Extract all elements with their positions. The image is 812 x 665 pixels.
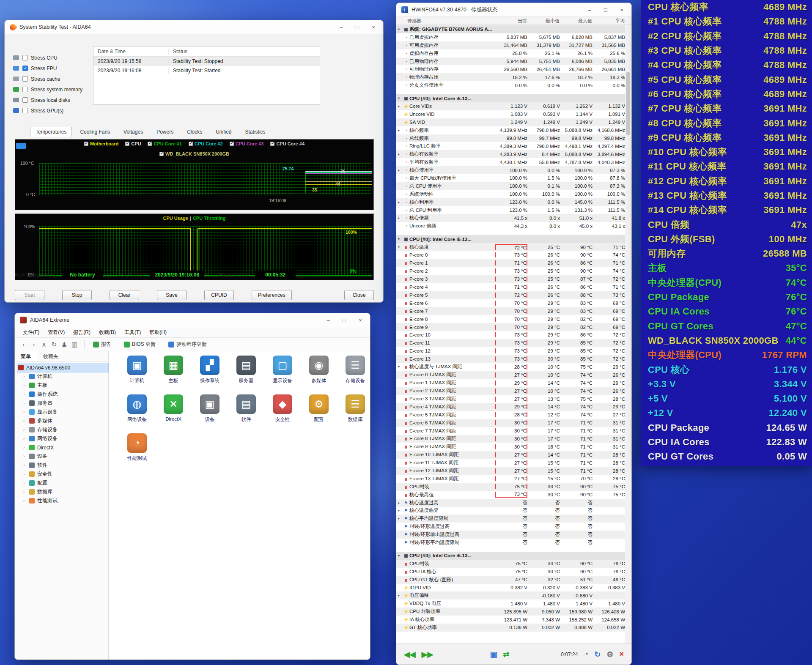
sensor-row[interactable]: P-core 5 72 °C 26 °C 88 °C 73 °C <box>396 291 625 299</box>
dialog-button[interactable]: Stop <box>62 290 92 300</box>
sensor-row[interactable]: CPU封装 75 °C 34 °C 90 °C 76 °C <box>396 560 625 568</box>
log-col-status[interactable]: Status <box>169 49 320 55</box>
category-icon[interactable]: ☰ 数据库 <box>337 393 370 432</box>
sensor-row[interactable]: 封装/环形温度过高 否 否 否 <box>396 523 625 531</box>
stress-checkbox[interactable] <box>22 76 28 82</box>
stress-option[interactable]: Stress local disks <box>13 95 93 105</box>
monitor-icon[interactable]: ▣ <box>490 650 497 659</box>
menu-item[interactable]: 工具(T) <box>121 328 145 337</box>
sensor-row[interactable]: 物理内存占用 18.2 % 17.6 % 18.7 % 18.3 % <box>396 73 625 81</box>
sensor-row[interactable]: GT 核心功率 0.136 W 0.002 W 0.888 W 0.022 W <box>396 624 625 632</box>
scrollbar[interactable] <box>625 25 631 643</box>
sensor-row[interactable]: ▸ 核心平均温度限制 否 否 否 <box>396 514 625 523</box>
sensor-row[interactable]: E-core 10 73 °C 29 °C 86 °C 72 °C <box>396 331 625 339</box>
sensor-row[interactable]: ▸ 核心使用率 100.0 % 0.0 % 100.0 % 87.3 % <box>396 166 625 174</box>
legend-item[interactable]: CPU Core #4 <box>270 141 304 146</box>
nav-icon[interactable]: ‹ <box>19 340 28 349</box>
sensor-row[interactable]: CPU 封装功率 125.395 W 9.050 W 159.980 W 126… <box>396 608 625 616</box>
legend-checkbox[interactable] <box>148 142 152 146</box>
expand-arrow[interactable]: › <box>23 392 27 397</box>
reset-icon[interactable]: ↻ <box>594 650 601 659</box>
dialog-button[interactable]: Clear <box>110 290 139 300</box>
sensor-row[interactable]: ▸ 电压偏移 -0.180 V 0.880 V <box>396 591 625 599</box>
expand-arrow[interactable]: ▸ <box>398 216 403 220</box>
sidebar-item[interactable]: › 安全性 <box>17 470 108 479</box>
sensor-row[interactable] <box>396 547 625 552</box>
category-icon[interactable]: ▣ 计算机 <box>119 354 155 393</box>
category-icon[interactable]: ▣ 设备 <box>192 393 228 432</box>
sensor-row[interactable]: ▸ 核心利用率 123.0 % 0.0 % 145.0 % 111.5 % <box>396 198 625 206</box>
sensor-row[interactable]: E-core 6 70 °C 29 °C 83 °C 69 °C <box>396 299 625 307</box>
sensor-row[interactable]: E-core 11 73 °C 29 °C 85 °C 72 °C <box>396 339 625 347</box>
expand-arrow[interactable]: › <box>23 472 27 476</box>
sensor-row[interactable]: ▾ CPU [#0]: Intel Core i5-13... <box>396 94 625 102</box>
sensor-row[interactable] <box>396 89 625 94</box>
nav-icon[interactable]: ↻ <box>49 340 59 349</box>
sidebar-item[interactable]: › 计算机 <box>17 372 108 381</box>
category-icon[interactable]: ▤ 服务器 <box>228 354 264 393</box>
col-current[interactable]: 当前 <box>494 18 527 24</box>
sensor-row[interactable]: Uncore VID 1.083 V 0.593 V 1.144 V 1.091… <box>396 110 625 118</box>
sensor-row[interactable]: ▸ 核心倍频 41.5 x 8.0 x 51.0 x 41.8 x <box>396 214 625 222</box>
close-button[interactable]: × <box>352 314 368 326</box>
sst-tab[interactable]: Clocks <box>181 127 208 137</box>
sensor-row[interactable]: E-core 12 73 °C 29 °C 85 °C 72 °C <box>396 347 625 355</box>
stress-checkbox[interactable] <box>22 66 28 71</box>
expand-arrow[interactable]: ▸ <box>398 501 403 505</box>
clock-icon[interactable]: ◔ <box>584 650 588 659</box>
sensor-row[interactable]: P-core 3 73 °C 25 °C 87 °C 72 °C <box>396 275 625 283</box>
nav-icon[interactable]: ♟ <box>60 340 69 349</box>
toolbar-button[interactable]: BIOS 更新 <box>121 339 159 349</box>
menu-item[interactable]: 报告(R) <box>69 328 94 337</box>
sst-tab[interactable]: Cooling Fans <box>74 127 115 137</box>
expand-arrow[interactable]: ▸ <box>398 129 403 132</box>
sidebar-item[interactable]: › 性能测试 <box>17 496 108 505</box>
expand-arrow[interactable]: ▾ <box>398 237 403 241</box>
sensor-row[interactable]: 已用物理内存 5,944 MB 5,751 MB 6,086 MB 5,835 … <box>396 57 625 66</box>
sensor-row[interactable]: 封装/环形平均温度限制 否 否 否 <box>396 539 625 547</box>
expand-arrow[interactable]: ▸ <box>398 200 403 204</box>
expand-arrow[interactable]: › <box>23 481 27 485</box>
sensor-row[interactable]: CPU IA 核心 75 °C 30 °C 90 °C 76 °C <box>396 568 625 576</box>
legend-item[interactable]: CPU Core #3 <box>230 141 264 146</box>
stress-option[interactable]: Stress CPU <box>13 52 93 63</box>
aida-titlebar[interactable]: AIDA64 Extreme – □ × <box>15 313 370 327</box>
expand-arrow[interactable]: › <box>23 490 27 494</box>
sensor-row[interactable]: E-core 9 TJMAX 间距 30 °C 18 °C 71 °C 31 °… <box>396 443 625 451</box>
sidebar-item[interactable]: › 多媒体 <box>17 416 108 425</box>
sensor-row[interactable]: 总 CPU 利用率 123.0 % 1.5 % 131.3 % 111.5 % <box>396 206 625 214</box>
menu-item[interactable]: 查看(V) <box>44 328 69 337</box>
category-icon[interactable]: ▤ 软件 <box>228 393 264 432</box>
stress-option[interactable]: Stress system memory <box>13 84 93 95</box>
sensor-row[interactable]: ▸ Core VIDs 1.123 V 0.619 V 1.262 V 1.13… <box>396 102 625 110</box>
sidebar-tab-favorites[interactable]: 收藏夹 <box>37 351 64 361</box>
log-row[interactable]: 2023/9/20 19:16:08 Stability Test: Start… <box>93 66 320 75</box>
sst-tab[interactable]: Unified <box>210 127 237 137</box>
sensor-row[interactable]: 可用物理内存 26,560 MB 26,451 MB 26,766 MB 26,… <box>396 65 625 73</box>
stress-checkbox[interactable] <box>22 97 28 103</box>
legend-checkbox[interactable] <box>270 142 274 146</box>
sensor-row[interactable]: E-core 6 TJMAX 间距 30 °C 17 °C 71 °C 31 °… <box>396 419 625 427</box>
sidebar-item[interactable]: › 数据库 <box>17 487 108 496</box>
quit-icon[interactable]: × <box>619 650 624 659</box>
sensor-row[interactable]: 系统活动性 100.0 % 100.0 % 100.0 % 100.0 % <box>396 190 625 198</box>
expand-arrow[interactable]: › <box>23 374 27 379</box>
sensor-row[interactable]: ▾ 核心温度与 TJMAX 间距 28 °C 10 °C 75 °C 29 °C <box>396 363 625 371</box>
expand-arrow[interactable]: ▾ <box>398 96 403 100</box>
toolbar-button[interactable]: 报告 <box>90 339 115 349</box>
category-icon[interactable]: ✕ DirectX <box>155 393 192 432</box>
sensor-row[interactable] <box>396 230 625 235</box>
sensor-row[interactable]: ▾ CPU [#0]: Intel Core i5-13... <box>396 552 625 560</box>
sensor-row[interactable]: ▾ 核心温度 72 °C 25 °C 90 °C 71 °C <box>396 243 625 251</box>
expand-arrow[interactable]: ▸ <box>398 517 403 520</box>
sidebar-item[interactable]: › 配置 <box>17 479 108 487</box>
legend-item[interactable]: CPU Core #2 <box>189 141 223 146</box>
sensor-row[interactable]: P-core 4 71 °C 26 °C 86 °C 71 °C <box>396 283 625 291</box>
sensor-row[interactable]: P-core 5 TJMAX 间距 28 °C 12 °C 74 °C 27 °… <box>396 411 625 419</box>
legend-checkbox[interactable] <box>230 142 234 146</box>
nav-icon[interactable]: ▥ <box>70 340 79 349</box>
maximize-button[interactable]: □ <box>336 314 352 326</box>
sensor-row[interactable]: E-core 11 TJMAX 间距 27 °C 15 °C 71 °C 28 … <box>396 459 625 467</box>
sensor-row[interactable]: IGPU VID 0.382 V 0.320 V 0.383 V 0.383 V <box>396 584 625 592</box>
minimize-button[interactable]: – <box>320 314 336 326</box>
